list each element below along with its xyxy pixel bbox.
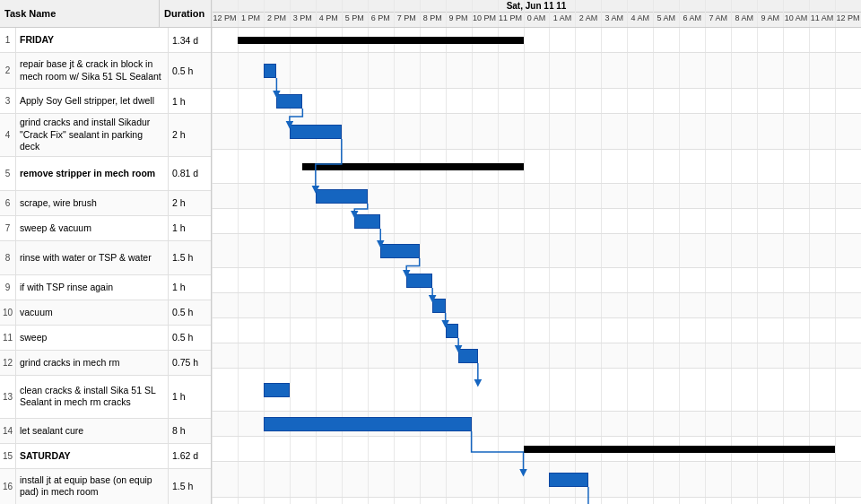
task-name-cell: remove stripper in mech room	[16, 157, 169, 190]
task-name-cell: clean cracks & install Sika 51 SL Sealan…	[16, 376, 169, 418]
gantt-row	[212, 89, 861, 114]
gantt-header: Sat, Jun 11 1112 PM1 PM2 PM3 PM4 PM5 PM6…	[212, 0, 861, 28]
task-duration-cell: 1 h	[169, 376, 211, 418]
task-row: 14let sealant cure8 h	[0, 419, 211, 444]
gantt-row	[212, 293, 861, 318]
task-name-cell: grind cracks in mech rm	[16, 351, 169, 375]
task-row: 9if with TSP rinse again1 h	[0, 275, 211, 300]
task-id: 13	[0, 376, 16, 418]
gantt-summary-bar	[238, 37, 524, 44]
gantt-row	[212, 53, 861, 89]
gantt-bar	[549, 473, 587, 487]
gantt-bar	[264, 417, 472, 431]
task-duration-cell: 1.5 h	[169, 241, 211, 274]
duration-header: Duration	[160, 0, 211, 27]
gantt-row	[212, 498, 861, 504]
task-row: 6scrape, wire brush2 h	[0, 191, 211, 216]
time-label: 6 PM	[368, 13, 394, 22]
task-duration-cell: 1 h	[169, 216, 211, 240]
task-row: 13clean cracks & install Sika 51 SL Seal…	[0, 376, 211, 419]
gantt-row	[212, 268, 861, 293]
time-label: 12 PM	[212, 13, 238, 22]
gantt-bar	[354, 214, 380, 229]
summary-arrow-right	[828, 446, 835, 453]
task-duration-cell: 0.75 h	[169, 351, 211, 375]
task-duration-cell: 0.5 h	[169, 300, 211, 325]
time-label: 6 AM	[679, 13, 705, 22]
summary-arrow-left	[238, 37, 245, 44]
gantt-row	[212, 369, 861, 412]
time-label: 1 PM	[238, 13, 264, 22]
task-id: 12	[0, 351, 16, 375]
task-id: 3	[0, 89, 16, 113]
task-id: 2	[0, 53, 16, 88]
task-duration-cell: 8 h	[169, 419, 211, 443]
gantt-bar	[432, 299, 445, 313]
time-label: 8 PM	[420, 13, 446, 22]
task-duration-cell: 2 h	[169, 191, 211, 215]
gantt-row	[212, 114, 861, 150]
task-name-cell: let sealant cure	[16, 419, 169, 443]
task-duration-cell: 1 h	[169, 275, 211, 300]
task-name-cell: vacuum	[16, 300, 169, 325]
gantt-row	[212, 184, 861, 209]
task-row: 5remove stripper in mech room0.81 d	[0, 157, 211, 191]
task-id: 7	[0, 216, 16, 240]
time-label: 0 AM	[524, 13, 550, 22]
left-panel: Task Name Duration 1FRIDAY1.34 d2repair …	[0, 0, 212, 504]
time-label: 4 PM	[316, 13, 342, 22]
time-label: 9 PM	[446, 13, 472, 22]
gantt-row	[212, 234, 861, 268]
task-row: 2repair base jt & crack in block in mech…	[0, 53, 211, 89]
gantt-row	[212, 343, 861, 369]
task-row: 3Apply Soy Gell stripper, let dwell1 h	[0, 89, 211, 114]
time-label: 2 AM	[575, 13, 601, 22]
task-duration-cell: 0.81 d	[169, 157, 211, 190]
time-label: 7 PM	[394, 13, 420, 22]
task-id: 16	[0, 469, 16, 504]
time-label: 1 AM	[549, 13, 575, 22]
task-row: 7sweep & vacuum1 h	[0, 216, 211, 241]
gantt-bar	[264, 383, 290, 397]
gantt-row	[212, 462, 861, 498]
gantt-summary-bar	[524, 446, 836, 453]
time-label: 11 PM	[498, 13, 524, 22]
left-header: Task Name Duration	[0, 0, 211, 28]
task-name-cell: install jt at equip base (on equip pad) …	[16, 469, 169, 504]
task-name-cell: grind cracks and install Sikadur "Crack …	[16, 114, 169, 156]
time-label: 10 PM	[472, 13, 498, 22]
task-list: 1FRIDAY1.34 d2repair base jt & crack in …	[0, 28, 211, 504]
gantt-bar	[406, 274, 432, 288]
task-name-cell: SATURDAY	[16, 444, 169, 468]
task-name-cell: sweep & vacuum	[16, 216, 169, 240]
task-duration-cell: 1.34 d	[169, 28, 211, 52]
task-id: 9	[0, 275, 16, 300]
task-row: 10vacuum0.5 h	[0, 300, 211, 326]
task-name-cell: scrape, wire brush	[16, 191, 169, 215]
task-id: 4	[0, 114, 16, 156]
task-id: 8	[0, 241, 16, 274]
gantt-row	[212, 28, 861, 53]
summary-arrow-right	[517, 37, 524, 44]
summary-arrow-left	[302, 163, 309, 170]
task-duration-cell: 1.62 d	[169, 444, 211, 468]
task-row: 4grind cracks and install Sikadur "Crack…	[0, 114, 211, 157]
gantt-summary-bar	[302, 163, 523, 170]
task-id: 15	[0, 444, 16, 468]
gantt-bar	[380, 244, 419, 258]
time-label: 11 AM	[809, 13, 835, 22]
time-label: 3 AM	[601, 13, 627, 22]
task-id: 14	[0, 419, 16, 443]
gantt-bar	[290, 125, 342, 139]
task-name-cell: repair base jt & crack in block in mech …	[16, 53, 169, 88]
time-label: 4 AM	[627, 13, 653, 22]
gantt-bar	[316, 189, 368, 204]
task-name-cell: rinse with water or TSP & water	[16, 241, 169, 274]
time-label: 3 PM	[290, 13, 316, 22]
task-row: 15SATURDAY1.62 d	[0, 444, 211, 469]
gantt-bar	[264, 64, 276, 78]
time-label: 8 AM	[731, 13, 757, 22]
task-id: 10	[0, 300, 16, 325]
time-label: 2 PM	[264, 13, 290, 22]
task-name-cell: Apply Soy Gell stripper, let dwell	[16, 89, 169, 113]
